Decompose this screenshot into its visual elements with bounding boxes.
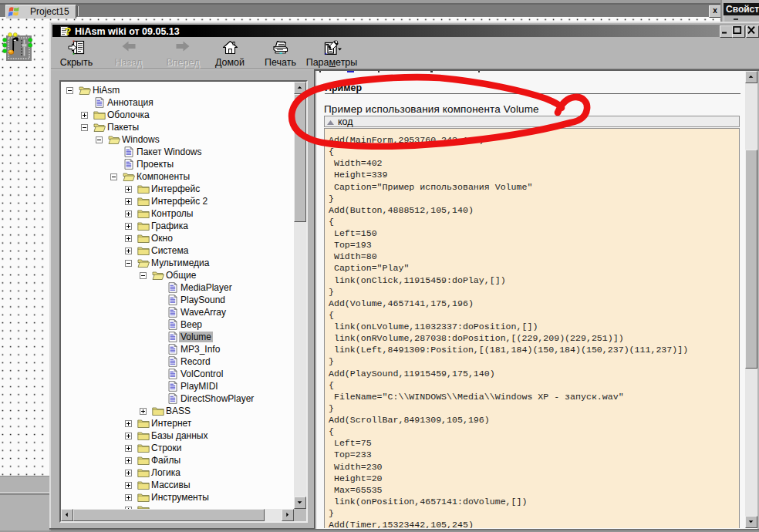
svg-text:?: ? <box>65 26 71 37</box>
